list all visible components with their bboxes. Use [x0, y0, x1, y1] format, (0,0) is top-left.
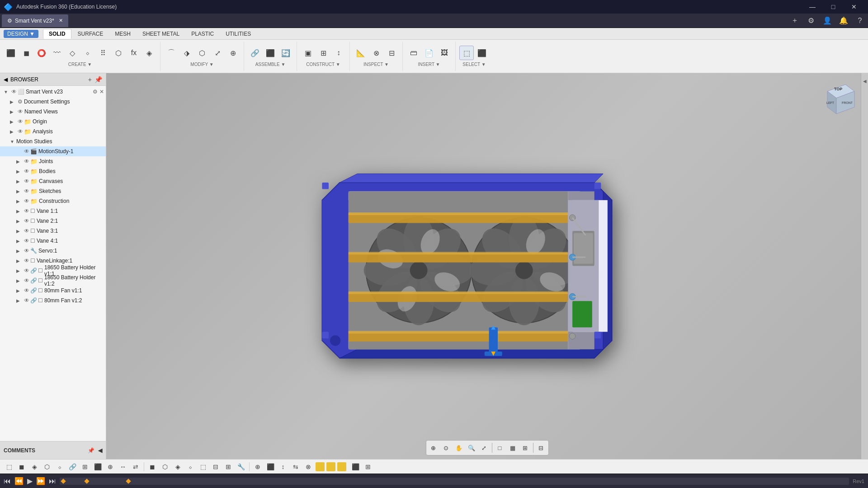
bt-23[interactable]: ⊗	[303, 461, 314, 472]
comments-panel[interactable]: COMMENTS 📌 ◀	[0, 441, 106, 459]
maximize-button[interactable]: □	[823, 0, 844, 14]
bt-10[interactable]: ⇄	[130, 461, 141, 472]
insert-svg-button[interactable]: 📄	[422, 46, 436, 60]
tree-item-vane-4[interactable]: ▶ 👁 ☐ Vane 4:1	[0, 236, 106, 246]
loft-button[interactable]: ◇	[65, 46, 80, 60]
canvases-expand-icon[interactable]: ▶	[16, 179, 23, 184]
measure-button[interactable]: 📐	[354, 46, 368, 60]
bt-16[interactable]: ⊟	[210, 461, 221, 472]
account-icon[interactable]: 👤	[821, 14, 834, 27]
bt-25[interactable]: ⊞	[363, 461, 373, 472]
tree-item-fan-1[interactable]: ▶ 👁 🔗 ☐ 80mm Fan v1:1	[0, 286, 106, 296]
bat2-expand-icon[interactable]: ▶	[16, 278, 23, 283]
tab-utilities[interactable]: UTILITIES	[220, 29, 256, 39]
vp-wireframe-button[interactable]: ▦	[507, 442, 519, 454]
bt-21[interactable]: ↕	[278, 461, 288, 472]
root-settings-icon[interactable]: ⚙	[93, 89, 98, 95]
fan2-expand-icon[interactable]: ▶	[16, 298, 23, 303]
notification-icon[interactable]: 🔔	[837, 14, 850, 27]
doc-expand-icon[interactable]: ▶	[10, 99, 16, 104]
tree-item-analysis[interactable]: ▶ 👁 📁 Analysis	[0, 127, 106, 136]
tree-item-vane-1[interactable]: ▶ 👁 ☐ Vane 1:1	[0, 206, 106, 216]
timeline-start-button[interactable]: ⏮	[4, 477, 11, 485]
vane3-expand-icon[interactable]: ▶	[16, 229, 23, 234]
scale-button[interactable]: ⤢	[210, 46, 225, 60]
tab-plastic[interactable]: PLASTIC	[186, 29, 219, 39]
pattern-button[interactable]: ⠿	[96, 46, 110, 60]
insert-mesh-button[interactable]: 🗃	[406, 46, 421, 60]
interference-button[interactable]: ⊗	[369, 46, 383, 60]
bt-15[interactable]: ⬚	[198, 461, 208, 472]
tab-surface[interactable]: SURFACE	[72, 29, 109, 39]
tab-solid[interactable]: SOLID	[43, 29, 71, 39]
joints-expand-icon[interactable]: ▶	[16, 159, 23, 164]
timeline-end-button[interactable]: ⏭	[49, 477, 56, 485]
vp-fit-button[interactable]: ⤢	[478, 442, 490, 454]
minimize-button[interactable]: —	[802, 0, 823, 14]
browser-expand-icon[interactable]: +	[88, 76, 92, 83]
vl-expand-icon[interactable]: ▶	[16, 258, 23, 263]
fillet-button[interactable]: ⌒	[164, 46, 179, 60]
construction-expand-icon[interactable]: ▶	[16, 199, 23, 204]
tree-item-construction[interactable]: ▶ 👁 📁 Construction	[0, 196, 106, 206]
comments-pin-icon[interactable]: ◀	[98, 447, 102, 454]
servo-expand-icon[interactable]: ▶	[16, 249, 23, 253]
bt-24[interactable]: ⬛	[350, 461, 361, 472]
bt-yellow-3[interactable]	[337, 462, 346, 471]
bt-9[interactable]: ↔	[118, 461, 128, 472]
bt-6[interactable]: ⊞	[80, 461, 90, 472]
bt-12[interactable]: ⬡	[160, 461, 170, 472]
tab-mesh[interactable]: MESH	[109, 29, 136, 39]
tree-item-motion-studies[interactable]: ▼ Motion Studies	[0, 136, 106, 146]
insert-image-button[interactable]: 🖼	[437, 46, 452, 60]
timeline-track[interactable]	[60, 478, 849, 485]
vp-pan-button[interactable]: ✋	[453, 442, 465, 454]
bt-4[interactable]: ⬦	[54, 461, 65, 472]
bt-18[interactable]: 🔧	[236, 461, 246, 472]
view-cube[interactable]: TOP LEFT FRONT	[823, 82, 859, 118]
tree-item-sketches[interactable]: ▶ 👁 📁 Sketches	[0, 186, 106, 196]
tab-sheet-metal[interactable]: SHEET METAL	[137, 29, 185, 39]
help-icon[interactable]: ?	[854, 14, 866, 27]
shell-button[interactable]: ⬡	[195, 46, 209, 60]
bt-20[interactable]: ⬛	[265, 461, 276, 472]
active-tab[interactable]: ⚙ Smart Vent v23* ✕	[2, 14, 68, 27]
collapse-browser-icon[interactable]: ◀	[4, 76, 8, 83]
rigid-group-button[interactable]: ⬛	[263, 46, 278, 60]
boundary-fill-button[interactable]: fx	[127, 46, 141, 60]
vp-zoom-button[interactable]: 🔍	[466, 442, 477, 454]
joint-button[interactable]: 🔗	[248, 46, 262, 60]
bt-19[interactable]: ⊕	[252, 461, 263, 472]
bat1-expand-icon[interactable]: ▶	[16, 268, 23, 273]
bt-3[interactable]: ⬡	[42, 461, 52, 472]
tree-item-doc-settings[interactable]: ▶ ⚙ Document Settings	[0, 97, 106, 107]
section-button[interactable]: ⊟	[384, 46, 399, 60]
tree-item-fan-2[interactable]: ▶ 👁 🔗 ☐ 80mm Fan v1:2	[0, 296, 106, 305]
timeline-next-button[interactable]: ⏩	[36, 477, 45, 485]
origin-expand-icon[interactable]: ▶	[10, 119, 16, 124]
sketches-expand-icon[interactable]: ▶	[16, 189, 23, 194]
window-select-button[interactable]: ⬛	[475, 46, 489, 60]
tree-item-origin[interactable]: ▶ 👁 📁 Origin	[0, 117, 106, 127]
bt-2[interactable]: ◈	[29, 461, 40, 472]
design-dropdown[interactable]: DESIGN ▼	[4, 30, 38, 38]
vp-move-button[interactable]: ⊕	[428, 442, 439, 454]
bt-5[interactable]: 🔗	[67, 461, 78, 472]
combine-button[interactable]: ⊕	[226, 46, 240, 60]
tree-item-named-views[interactable]: ▶ 👁 Named Views	[0, 107, 106, 117]
tree-item-vane-3[interactable]: ▶ 👁 ☐ Vane 3:1	[0, 226, 106, 236]
bt-select[interactable]: ⬚	[4, 461, 14, 472]
browser-pin-icon[interactable]: 📌	[94, 76, 102, 83]
form-button[interactable]: ◈	[142, 46, 156, 60]
vane4-expand-icon[interactable]: ▶	[16, 239, 23, 244]
vp-grid-button[interactable]: ⊞	[519, 442, 531, 454]
close-button[interactable]: ✕	[844, 0, 864, 14]
bt-8[interactable]: ⊕	[105, 461, 116, 472]
extrude-button[interactable]: ◼	[19, 46, 33, 60]
tree-item-motion-study-1[interactable]: 👁 🎬 MotionStudy-1	[0, 146, 106, 156]
tree-item-joints[interactable]: ▶ 👁 📁 Joints	[0, 156, 106, 166]
root-expand-icon[interactable]: ▼	[4, 89, 10, 94]
named-views-expand-icon[interactable]: ▶	[10, 109, 16, 114]
bodies-expand-icon[interactable]: ▶	[16, 169, 23, 174]
vp-orbit-button[interactable]: ⊙	[440, 442, 452, 454]
